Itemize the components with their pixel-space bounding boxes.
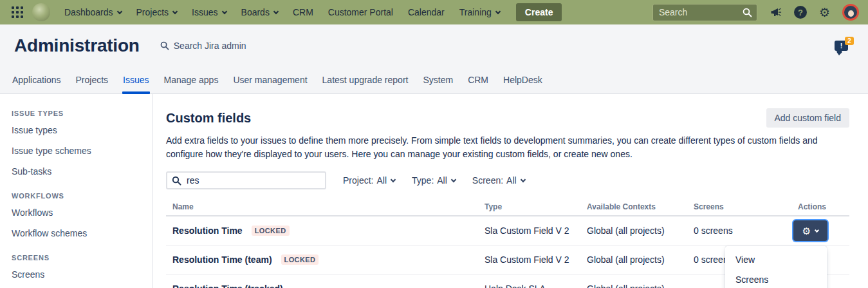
tab-helpdesk[interactable]: HelpDesk — [503, 66, 543, 93]
help-icon: ? — [794, 6, 807, 19]
help-button[interactable]: ? — [794, 6, 807, 19]
top-navigation-bar: Dashboards Projects Issues Boards CRM Cu… — [0, 0, 868, 24]
column-name: Name — [166, 202, 485, 211]
tab-user-management[interactable]: User management — [232, 66, 308, 93]
nav-projects-label: Projects — [136, 7, 169, 17]
field-type: Help Desk SLA — [485, 283, 587, 288]
notifications-button[interactable]: ! 2 — [835, 37, 854, 55]
nav-boards[interactable]: Boards — [241, 7, 278, 17]
filter-bar: Project: All Type: All Screen: All — [166, 171, 849, 189]
nav-dashboards[interactable]: Dashboards — [64, 7, 122, 17]
admin-sidebar: ISSUE TYPES Issue types Issue type schem… — [0, 94, 152, 288]
nav-issues-label: Issues — [192, 7, 217, 17]
tab-applications[interactable]: Applications — [12, 66, 62, 93]
sidebar-item-issue-type-schemes[interactable]: Issue type schemes — [12, 140, 91, 161]
gear-icon: ⚙ — [819, 6, 830, 19]
sidebar-item-workflow-schemes[interactable]: Workflow schemes — [12, 223, 87, 244]
tab-manage-apps[interactable]: Manage apps — [163, 66, 219, 93]
menu-item-view[interactable]: View — [725, 250, 827, 270]
table-row: Resolution Time LOCKED Sla Custom Field … — [166, 216, 849, 245]
filter-project[interactable]: Project: All — [343, 175, 395, 186]
tab-latest-upgrade-report[interactable]: Latest upgrade report — [322, 66, 409, 93]
avatar-face — [848, 10, 854, 17]
page-description: Add extra fields to your issues to defin… — [166, 134, 849, 161]
chevron-down-icon — [273, 8, 279, 14]
sidebar-item-sub-tasks[interactable]: Sub-tasks — [12, 161, 51, 182]
nav-customer-portal-label: Customer Portal — [328, 7, 393, 17]
custom-field-search-input[interactable] — [166, 171, 326, 189]
create-button[interactable]: Create — [516, 3, 562, 21]
field-type: Sla Custom Field V 2 — [485, 254, 587, 265]
field-screens: 0 screens — [694, 226, 798, 236]
chevron-down-icon — [451, 177, 456, 182]
sidebar-section-title: SCREENS — [12, 254, 152, 262]
global-search-input[interactable] — [652, 4, 757, 21]
announcements-button[interactable] — [770, 6, 782, 18]
sidebar-item-issue-types[interactable]: Issue types — [12, 120, 57, 140]
page-title: Administration — [14, 35, 140, 56]
column-type: Type — [485, 202, 587, 211]
nav-boards-label: Boards — [241, 7, 270, 17]
tab-issues[interactable]: Issues — [122, 66, 149, 93]
settings-button[interactable]: ⚙ — [819, 6, 830, 19]
field-name: Resolution Time (team) — [172, 254, 272, 265]
user-avatar[interactable] — [842, 4, 859, 21]
nav-crm[interactable]: CRM — [293, 7, 313, 17]
gear-icon: ⚙ — [802, 226, 811, 236]
nav-training-label: Training — [459, 7, 492, 17]
chevron-down-icon — [221, 8, 226, 14]
global-search — [652, 4, 757, 21]
section-title: Custom fields — [166, 111, 251, 126]
nav-dashboards-label: Dashboards — [64, 7, 113, 17]
search-icon — [743, 8, 752, 17]
filter-value: All — [376, 175, 387, 186]
filter-screen[interactable]: Screen: All — [472, 175, 525, 186]
field-name: Resolution Time (tracked) — [172, 283, 283, 288]
filter-value: All — [506, 175, 517, 186]
nav-training[interactable]: Training — [459, 7, 500, 17]
admin-header: Administration Search Jira admin ! 2 — [0, 24, 868, 66]
chevron-down-icon — [520, 177, 525, 182]
row-actions-button[interactable]: ⚙ — [793, 220, 827, 241]
notification-badge: 2 — [845, 37, 854, 45]
custom-field-search — [166, 171, 326, 189]
filter-label: Type: — [412, 175, 434, 186]
tab-system[interactable]: System — [422, 66, 454, 93]
search-icon — [160, 41, 169, 50]
field-contexts: Global (all projects) — [587, 254, 694, 265]
site-logo[interactable] — [32, 3, 50, 21]
add-custom-field-button[interactable]: Add custom field — [766, 108, 850, 128]
column-available-contexts: Available Contexts — [587, 202, 694, 211]
chevron-down-icon — [116, 8, 122, 14]
field-name: Resolution Time — [172, 226, 243, 236]
filter-type[interactable]: Type: All — [412, 175, 456, 186]
admin-search-label: Search Jira admin — [174, 41, 246, 51]
table-header: Name Type Available Contexts Screens Act… — [166, 198, 849, 216]
sidebar-section-screens: SCREENS Screens — [12, 254, 152, 285]
admin-tabs: Applications Projects Issues Manage apps… — [0, 66, 868, 94]
field-contexts: Global (all projects) — [587, 283, 694, 288]
sidebar-item-screens[interactable]: Screens — [12, 264, 44, 285]
sidebar-section-workflows: WORKFLOWS Workflows Workflow schemes — [12, 192, 152, 244]
tab-projects[interactable]: Projects — [75, 66, 109, 93]
tab-crm[interactable]: CRM — [467, 66, 489, 93]
chevron-down-icon — [495, 8, 501, 14]
sidebar-section-issue-types: ISSUE TYPES Issue types Issue type schem… — [12, 110, 152, 182]
filter-value: All — [437, 175, 447, 186]
nav-customer-portal[interactable]: Customer Portal — [328, 7, 393, 17]
search-icon — [172, 176, 181, 186]
nav-crm-label: CRM — [293, 7, 313, 17]
chevron-down-icon — [815, 227, 819, 232]
admin-search-button[interactable]: Search Jira admin — [160, 41, 246, 51]
nav-projects[interactable]: Projects — [136, 7, 178, 17]
nav-calendar[interactable]: Calendar — [408, 7, 445, 17]
actions-dropdown-menu: View Screens — [725, 246, 827, 288]
menu-item-screens[interactable]: Screens — [725, 270, 827, 288]
column-screens: Screens — [694, 202, 798, 211]
chevron-down-icon — [172, 8, 178, 14]
sidebar-item-workflows[interactable]: Workflows — [12, 202, 53, 223]
nav-issues[interactable]: Issues — [192, 7, 226, 17]
sidebar-section-title: ISSUE TYPES — [12, 110, 152, 117]
app-switcher-icon[interactable] — [12, 6, 23, 18]
megaphone-icon — [770, 6, 782, 18]
